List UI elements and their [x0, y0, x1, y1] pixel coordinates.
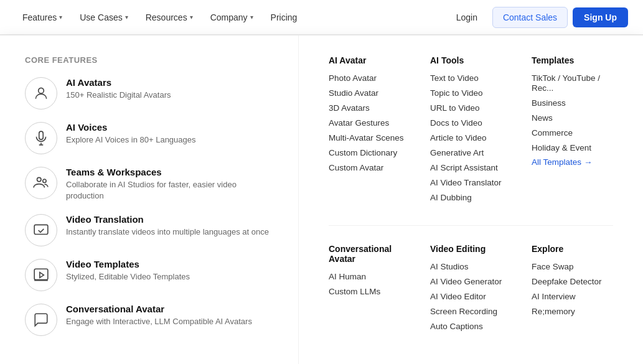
signup-button[interactable]: Sign Up — [573, 7, 628, 27]
navbar: Features ▾ Use Cases ▾ Resources ▾ Compa… — [0, 0, 643, 35]
nav-item-features[interactable]: Features ▾ — [15, 7, 70, 27]
nav-item-usecases[interactable]: Use Cases ▾ — [72, 7, 135, 27]
nav-item-resources[interactable]: Resources ▾ — [138, 7, 200, 27]
nav-pricing-label: Pricing — [271, 12, 298, 22]
nav-company-label: Company — [210, 12, 248, 22]
nav-item-pricing[interactable]: Pricing — [263, 7, 305, 27]
nav-left: Features ▾ Use Cases ▾ Resources ▾ Compa… — [15, 7, 304, 27]
nav-right: Login Contact Sales Sign Up — [446, 7, 628, 28]
resources-chevron-icon: ▾ — [190, 14, 193, 21]
nav-features-label: Features — [22, 12, 57, 22]
usecases-chevron-icon: ▾ — [125, 14, 128, 21]
nav-resources-label: Resources — [146, 12, 187, 22]
nav-usecases-label: Use Cases — [80, 12, 122, 22]
contact-sales-button[interactable]: Contact Sales — [492, 7, 568, 28]
nav-item-company[interactable]: Company ▾ — [203, 7, 261, 27]
features-chevron-icon: ▾ — [59, 14, 62, 21]
company-chevron-icon: ▾ — [250, 14, 253, 21]
login-button[interactable]: Login — [446, 7, 487, 27]
